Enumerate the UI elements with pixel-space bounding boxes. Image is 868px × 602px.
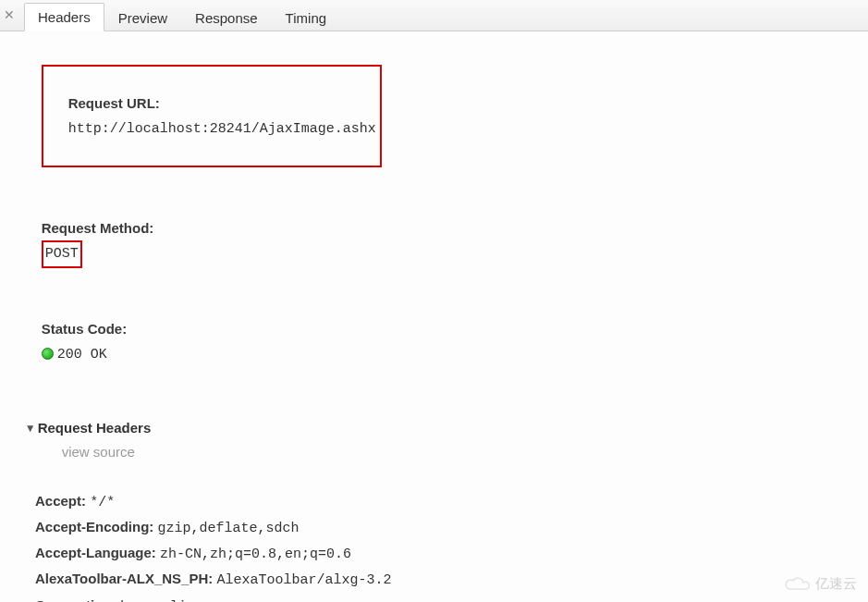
hdr-accept-v: */* xyxy=(90,495,115,510)
hdr-accenc-k: Accept-Encoding: xyxy=(35,519,153,534)
hdr-acclang-v: zh-CN,zh;q=0.8,en;q=0.6 xyxy=(160,547,351,562)
tab-response[interactable]: Response xyxy=(181,4,272,31)
status-code-label: Status Code: xyxy=(42,321,128,337)
status-dot-icon xyxy=(42,348,54,360)
hdr-conn-k: Connection: xyxy=(35,597,116,603)
tab-timing[interactable]: Timing xyxy=(272,4,340,31)
hdr-alexa-k: AlexaToolbar-ALX_NS_PH: xyxy=(35,571,213,586)
status-code-value: 200 OK xyxy=(57,347,107,362)
request-url-value: http://localhost:28241/AjaxImage.ashx xyxy=(68,121,376,137)
request-method-label: Request Method: xyxy=(42,220,154,236)
request-url-label: Request URL: xyxy=(68,95,160,111)
headers-panel: Request URL: http://localhost:28241/Ajax… xyxy=(0,31,868,602)
tab-headers[interactable]: Headers xyxy=(24,3,104,31)
section-request-headers[interactable]: Request Headers xyxy=(38,420,152,436)
hdr-accenc-v: gzip,deflate,sdch xyxy=(158,521,300,536)
close-icon[interactable]: ✕ xyxy=(4,7,15,22)
request-method-value: POST xyxy=(42,240,82,268)
tab-bar: Headers Preview Response Timing xyxy=(0,0,868,31)
collapse-icon[interactable]: ▼ xyxy=(25,419,38,438)
hdr-accept-k: Accept: xyxy=(35,493,86,509)
hdr-alexa-v: AlexaToolbar/alxg-3.2 xyxy=(216,572,391,588)
hdr-acclang-k: Accept-Language: xyxy=(35,545,156,560)
view-source-link[interactable]: view source xyxy=(62,444,135,460)
watermark: 亿速云 xyxy=(784,575,857,593)
cloud-icon xyxy=(784,576,810,593)
tab-preview[interactable]: Preview xyxy=(104,4,181,31)
hdr-conn-v: keep-alive xyxy=(120,599,203,603)
